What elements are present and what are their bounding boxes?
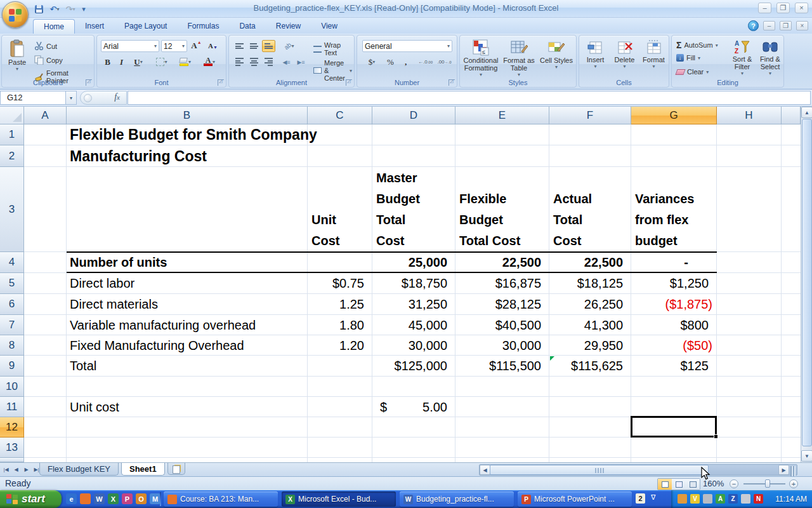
- scroll-up-button[interactable]: ▲: [801, 107, 812, 118]
- cell-E6[interactable]: $28,125: [455, 294, 541, 315]
- cell-F8[interactable]: 29,950: [549, 335, 623, 356]
- middle-align-button[interactable]: [247, 40, 261, 52]
- taskbar-button-course-ba-213-man[interactable]: Course: BA 213: Man...: [164, 491, 278, 507]
- shield-icon[interactable]: V: [690, 494, 700, 504]
- cell-D8[interactable]: 30,000: [372, 335, 447, 356]
- firefox-icon[interactable]: [80, 493, 91, 504]
- cell-E8[interactable]: 30,000: [455, 335, 541, 356]
- cell-F5[interactable]: $18,125: [549, 273, 623, 294]
- font-name-combo[interactable]: Arial▾: [101, 40, 159, 52]
- cell-D6[interactable]: 31,250: [372, 294, 447, 315]
- sheet-tab-flex-budget-key[interactable]: Flex Budget KEY: [39, 463, 119, 476]
- cell-G3[interactable]: Variances from flex budget: [631, 167, 717, 252]
- column-header-a[interactable]: A: [24, 107, 67, 124]
- select-all-corner[interactable]: [0, 107, 24, 124]
- row-header-1[interactable]: 1: [0, 124, 24, 145]
- accounting-format-button[interactable]: $▾: [362, 56, 381, 68]
- z-utility-icon[interactable]: Z: [728, 494, 738, 504]
- align-center-button[interactable]: [247, 56, 261, 68]
- next-sheet-button[interactable]: ▶: [22, 464, 31, 475]
- start-button[interactable]: start: [0, 490, 62, 508]
- prev-sheet-button[interactable]: ◀: [11, 464, 21, 475]
- cell-B1[interactable]: Flexible Budget for Smith Company: [70, 124, 317, 145]
- increase-indent-button[interactable]: ▶≡: [294, 56, 308, 68]
- cell-B7[interactable]: Variable manufacturing overhead: [70, 315, 256, 335]
- outlook-icon[interactable]: O: [136, 493, 147, 504]
- language-bar-indicator[interactable]: 2: [636, 493, 645, 504]
- antivirus-a-icon[interactable]: A: [716, 494, 725, 504]
- page-break-view-button[interactable]: [686, 479, 700, 490]
- tab-review[interactable]: Review: [266, 19, 311, 34]
- decrease-decimal-button[interactable]: .00→.0: [436, 56, 453, 68]
- format-cells-button[interactable]: Format ▾: [640, 39, 667, 69]
- cell-C6[interactable]: 1.25: [308, 294, 364, 315]
- cell-D9[interactable]: $125,000: [372, 356, 447, 377]
- tab-data[interactable]: Data: [229, 19, 265, 34]
- sort-filter-button[interactable]: A Z Sort & Filter ▾: [728, 39, 757, 76]
- scroll-down-button[interactable]: ▼: [801, 450, 812, 462]
- scroll-left-button[interactable]: ◀: [480, 465, 490, 475]
- insert-cells-button[interactable]: Insert ▾: [582, 39, 609, 69]
- zoom-out-button[interactable]: −: [730, 479, 738, 488]
- cell-F6[interactable]: 26,250: [549, 294, 623, 315]
- alignment-dialog-launcher[interactable]: [346, 79, 352, 86]
- cell-D7[interactable]: 45,000: [372, 315, 447, 335]
- tab-page-layout[interactable]: Page Layout: [114, 19, 177, 34]
- cell-G7[interactable]: $800: [631, 315, 709, 335]
- selected-cell-g12[interactable]: [631, 416, 717, 438]
- orientation-button[interactable]: ab▾: [280, 40, 299, 52]
- font-color-button[interactable]: A ▾: [199, 56, 220, 68]
- copy-button[interactable]: Copy: [32, 55, 65, 65]
- help-icon[interactable]: ?: [748, 20, 759, 31]
- cell-B9[interactable]: Total: [70, 356, 96, 377]
- minimize-button[interactable]: –: [758, 3, 771, 13]
- shrink-font-button[interactable]: A▼: [206, 39, 219, 51]
- sheet-tab-sheet1[interactable]: Sheet1: [121, 463, 165, 476]
- cell-F9[interactable]: $115,625: [549, 356, 623, 377]
- cell-B8[interactable]: Fixed Manufacturing Overhead: [70, 335, 244, 356]
- page-layout-view-button[interactable]: [672, 479, 686, 490]
- zoom-slider-thumb[interactable]: [765, 479, 770, 488]
- fill-handle[interactable]: [714, 434, 718, 439]
- italic-button[interactable]: I: [115, 56, 128, 68]
- number-format-combo[interactable]: General▾: [362, 40, 452, 52]
- increase-decimal-button[interactable]: ←.0.00: [417, 56, 434, 68]
- cell-C7[interactable]: 1.80: [308, 315, 364, 335]
- horizontal-scroll-thumb[interactable]: [490, 465, 709, 475]
- cell-C8[interactable]: 1.20: [308, 335, 364, 356]
- taskbar-button-microsoft-powerpoint[interactable]: PMicrosoft PowerPoint ...: [518, 491, 632, 507]
- row-header-11[interactable]: 11: [0, 397, 24, 417]
- cell-F4[interactable]: 22,500: [549, 252, 623, 273]
- grow-font-button[interactable]: A▲: [190, 39, 203, 51]
- column-header-g[interactable]: G: [631, 107, 717, 124]
- tab-insert[interactable]: Insert: [75, 19, 114, 34]
- row-header-9[interactable]: 9: [0, 356, 24, 377]
- cell-C5[interactable]: $0.75: [308, 273, 364, 294]
- column-header-d[interactable]: D: [372, 107, 455, 124]
- workbook-restore-button[interactable]: ❐: [780, 21, 792, 30]
- tab-home[interactable]: Home: [33, 19, 75, 34]
- cell-G5[interactable]: $1,250: [631, 273, 709, 294]
- fill-color-button[interactable]: ▾: [174, 56, 196, 68]
- cell-D5[interactable]: $18,750: [372, 273, 447, 294]
- first-sheet-button[interactable]: |◀: [1, 464, 11, 475]
- row-header-6[interactable]: 6: [0, 294, 24, 315]
- cell-E7[interactable]: $40,500: [455, 315, 541, 335]
- messenger-icon[interactable]: M: [150, 493, 160, 504]
- decrease-indent-button[interactable]: ◀≡: [280, 56, 293, 68]
- messenger-buddy-icon[interactable]: [678, 494, 687, 504]
- scroll-right-button[interactable]: ▶: [778, 465, 789, 475]
- name-box-dropdown[interactable]: ▾: [66, 91, 77, 105]
- normal-view-button[interactable]: [658, 479, 672, 490]
- row-header-10[interactable]: 10: [0, 377, 24, 397]
- publisher-icon[interactable]: P: [122, 493, 133, 504]
- wrap-text-button[interactable]: Wrap Text: [311, 41, 354, 57]
- delete-cells-button[interactable]: Delete ▾: [611, 39, 638, 69]
- insert-function-button[interactable]: fx: [114, 92, 120, 102]
- tab-formulas[interactable]: Formulas: [177, 19, 229, 34]
- row-header-2[interactable]: 2: [0, 145, 24, 167]
- cell-E9[interactable]: $115,500: [455, 356, 541, 377]
- column-header-c[interactable]: C: [308, 107, 372, 124]
- font-size-combo[interactable]: 12▾: [161, 40, 187, 52]
- cell-G4[interactable]: -: [631, 252, 688, 273]
